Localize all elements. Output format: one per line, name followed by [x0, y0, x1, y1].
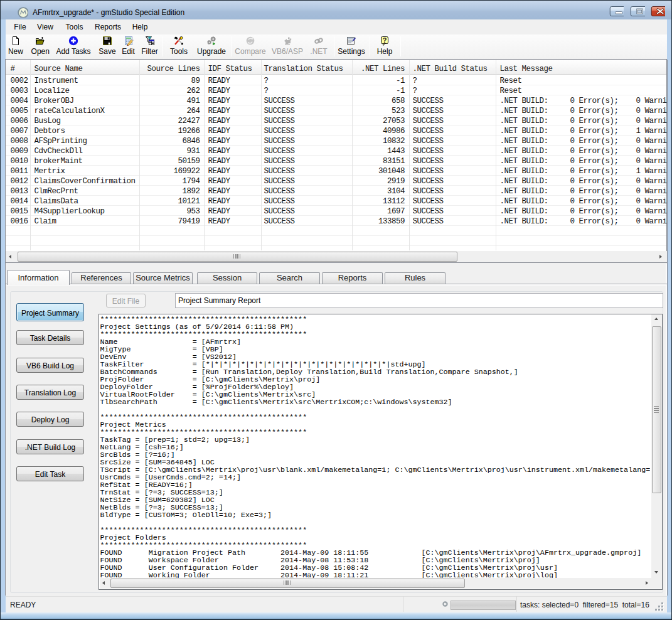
- svg-text:?: ?: [383, 36, 387, 44]
